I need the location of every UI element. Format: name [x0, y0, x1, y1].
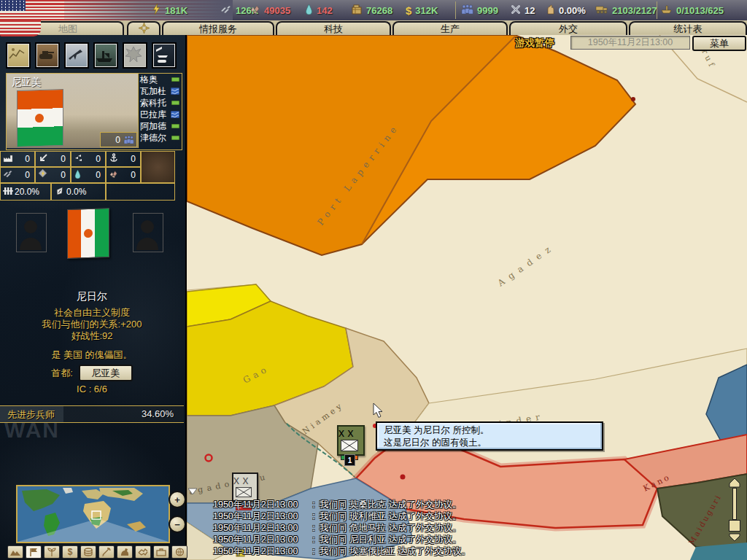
tab-production[interactable]: 生产: [392, 21, 508, 35]
mapmode-resources-button[interactable]: [80, 545, 96, 559]
tab-intelligence[interactable]: 情报服务: [162, 21, 274, 35]
rare-materials-icon: [249, 4, 260, 16]
manpower-value: 9999: [477, 5, 498, 16]
tab-statistics[interactable]: 统计表: [629, 21, 747, 35]
land-connection-icon: [171, 101, 179, 105]
province-tooltip: 尼亚美 为尼日尔 所控制。 这是尼日尔 的固有领土。: [376, 421, 603, 451]
mapmode-diplomacy-button[interactable]: [135, 545, 151, 559]
mapmode-supply-button[interactable]: [98, 545, 115, 559]
resource-manpower: 9999: [461, 0, 498, 20]
tab-technology-label: 科技: [324, 23, 343, 36]
unit-counter-niger-infantry[interactable]: x x: [337, 425, 365, 456]
top-resource-bar: 181K 126K 49035 142 76268 $ 312K 9999: [0, 0, 747, 21]
tab-diplomacy[interactable]: 外交: [509, 21, 627, 35]
tab-technology[interactable]: 科技: [276, 21, 391, 35]
mapmode-terrain-button[interactable]: [7, 545, 23, 559]
rare-materials-value: 49035: [264, 5, 290, 16]
naval-units-button[interactable]: [93, 42, 118, 69]
zoom-in-button[interactable]: +: [169, 491, 186, 508]
air-units-button[interactable]: [64, 42, 89, 69]
province-manpower-box: 0: [100, 132, 137, 147]
adjacent-label: 巴拉库: [140, 109, 166, 121]
map-view-button[interactable]: [6, 42, 31, 69]
tooltip-line-1: 尼亚美 为尼日尔 所控制。: [384, 424, 595, 437]
land-connection-icon: [171, 136, 179, 140]
goto-province-button[interactable]: [127, 21, 160, 35]
units-overview-button[interactable]: [152, 42, 177, 69]
slider-down-arrow[interactable]: [728, 533, 741, 542]
slider-up-arrow[interactable]: [728, 478, 741, 488]
land-units-button[interactable]: [35, 42, 60, 69]
player-flag-usa-lower: [0, 20, 41, 36]
resource-transports: 12: [511, 0, 535, 20]
mapmode-victory-button[interactable]: [171, 545, 187, 559]
slider-track[interactable]: [732, 488, 737, 520]
city-marker[interactable]: [400, 475, 406, 480]
minister-portrait-right: [133, 213, 163, 252]
oil-value: 142: [317, 5, 333, 16]
adjacent-province[interactable]: 瓦加杜: [139, 85, 181, 97]
unit-counter-foreign-infantry[interactable]: x x: [232, 472, 258, 502]
land-connection-icon: [171, 124, 179, 128]
main-map[interactable]: Port Laperrine Agadez Gao Niamey Zinder …: [187, 35, 747, 560]
research-progress: 34.60%: [142, 408, 174, 419]
minimap[interactable]: [16, 485, 170, 543]
date-display: 1950年11月2日13:00: [570, 36, 690, 50]
tab-intelligence-label: 情报服务: [199, 23, 237, 36]
country-ic: IC : 6/6: [0, 384, 184, 394]
log-entry[interactable]: 1950年11月2日13:00:我们同 玻利维亚 达成了外交协议。: [213, 510, 731, 522]
transports-icon: [511, 4, 521, 17]
unit-count-badge[interactable]: 1: [344, 454, 355, 466]
slider-handle[interactable]: [729, 520, 740, 532]
log-entry[interactable]: 1950年11月2日13:00:我们同 尼日利亚 达成了外交协议。: [213, 534, 731, 545]
adjacent-province[interactable]: 索科托: [139, 97, 181, 109]
topbar-divider: [455, 1, 456, 19]
city-marker[interactable]: [631, 97, 635, 101]
topbar-divider: [657, 1, 657, 19]
resource-supplies: 76268: [352, 0, 392, 20]
background-watermark: WAN: [4, 419, 34, 441]
tab-production-label: 生产: [441, 23, 460, 36]
oil-icon: [305, 4, 313, 17]
tooltip-line-2: 这是尼日尔 的固有领土。: [384, 437, 595, 449]
adjacent-province[interactable]: 格奥: [139, 74, 181, 85]
usa-flag-canton: [0, 0, 26, 11]
combat-events-button[interactable]: [123, 42, 147, 69]
escort-icon: [661, 4, 673, 16]
adjacent-province[interactable]: 巴拉库: [139, 109, 181, 120]
money-value: 312K: [415, 5, 438, 16]
factory-icon: [3, 154, 14, 165]
mapmode-economy-button[interactable]: $: [62, 545, 78, 559]
mapmode-weather-button[interactable]: [44, 545, 60, 559]
zoom-out-button[interactable]: −: [169, 516, 186, 533]
niger-flag-disc: [35, 114, 44, 122]
adjacent-province[interactable]: 阿加德: [139, 120, 181, 132]
log-entry[interactable]: 1950年11月2日13:00:我们同 危地马拉 达成了外交协议。: [213, 522, 731, 534]
stat-revolt-risk: 0.0%: [51, 183, 106, 201]
capital-button[interactable]: 尼亚美: [79, 365, 133, 381]
adjacent-label: 阿加德: [140, 120, 166, 133]
infrastructure-icon: [3, 186, 13, 198]
adjacent-province[interactable]: 津德尔: [139, 132, 181, 144]
log-entry[interactable]: 1950年11月2日13:00:我们同 莫桑比克 达成了外交协议。: [213, 499, 731, 510]
stat-factory: 0: [0, 151, 35, 167]
stat-air-base: 0: [71, 151, 106, 167]
anti-air-icon: [38, 154, 47, 165]
stat-oil: 0: [71, 167, 106, 183]
resource-rare-materials: 49035: [249, 0, 290, 20]
menu-button[interactable]: 菜单: [692, 36, 746, 51]
map-canvas[interactable]: Port Laperrine Agadez Gao Niamey Zinder …: [187, 35, 747, 560]
river-crossing-icon: [171, 111, 179, 118]
resource-energy: 181K: [152, 0, 187, 20]
compass-cross-icon: [139, 23, 150, 36]
mapmode-intel-button[interactable]: [153, 545, 169, 559]
stat-filler: [141, 151, 175, 183]
adjacent-label: 格奥: [140, 74, 158, 86]
adjacent-province-list: 格奥 瓦加杜 索科托 巴拉库 阿加德: [138, 74, 181, 148]
province-panel: 尼亚美 0 格奥 瓦加杜 索科托: [6, 73, 182, 150]
mapmode-political-button[interactable]: [26, 545, 42, 559]
log-entry[interactable]: 1950年11月2日13:00:我们同 埃塞俄比亚 达成了外交协议。: [213, 545, 731, 557]
money-icon: $: [406, 4, 411, 17]
mapmode-revolt-button[interactable]: [117, 545, 133, 559]
convoy-icon: [595, 5, 608, 16]
